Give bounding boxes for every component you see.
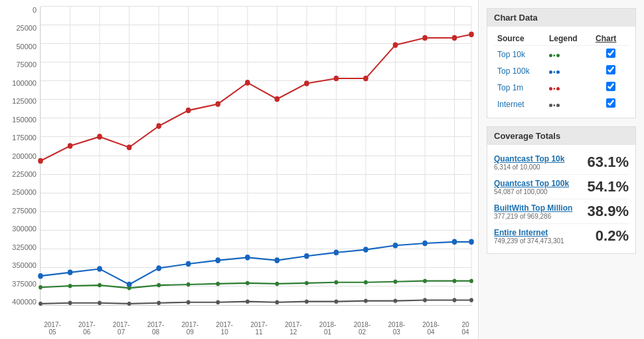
svg-point-58 — [335, 281, 339, 284]
svg-point-40 — [274, 257, 280, 263]
top10k-link[interactable]: Top 10k — [497, 50, 525, 59]
legend-table: Source Legend Chart Top 10k • — [494, 32, 629, 112]
coverage-top10k-pct: 63.1% — [586, 154, 629, 171]
chart-container: 400000 375000 350000 325000 300000 27500… — [0, 0, 478, 339]
top1m-legend-dot: • — [549, 85, 560, 92]
svg-point-16 — [38, 158, 43, 164]
chart-header: Chart — [592, 32, 629, 46]
internet-checkbox[interactable] — [606, 98, 615, 108]
svg-point-45 — [422, 241, 428, 247]
svg-point-71 — [246, 299, 250, 303]
coverage-builtwith-name[interactable]: BuiltWith Top Million — [494, 203, 586, 213]
svg-point-65 — [68, 301, 72, 305]
svg-point-44 — [393, 243, 398, 249]
table-row: Top 1m • — [494, 79, 629, 96]
svg-point-57 — [305, 281, 309, 285]
svg-point-25 — [304, 80, 309, 86]
svg-point-31 — [469, 31, 474, 37]
table-row: Internet • — [494, 96, 629, 112]
chart-data-section: Chart Data Source Legend Chart Top 10k — [487, 8, 636, 118]
top10k-checkbox[interactable] — [606, 49, 615, 58]
svg-point-18 — [97, 134, 102, 140]
svg-point-50 — [98, 283, 102, 287]
chart-data-header: Chart Data — [487, 9, 635, 27]
svg-point-32 — [38, 273, 43, 279]
svg-point-17 — [68, 143, 73, 149]
coverage-builtwith-pct: 38.9% — [586, 203, 629, 220]
coverage-header: Coverage Totals — [487, 127, 635, 145]
chart-inner — [40, 7, 471, 306]
chart-svg — [40, 7, 471, 305]
svg-point-19 — [127, 144, 132, 150]
svg-point-33 — [68, 270, 73, 276]
svg-point-29 — [422, 35, 428, 41]
internet-link[interactable]: Internet — [497, 100, 524, 109]
legend-header: Legend — [546, 32, 592, 46]
top100k-checkbox[interactable] — [606, 65, 615, 74]
svg-point-51 — [127, 286, 131, 290]
right-panel: Chart Data Source Legend Chart Top 10k — [478, 0, 644, 339]
top1m-checkbox[interactable] — [606, 82, 615, 91]
svg-point-20 — [156, 123, 161, 129]
svg-point-54 — [216, 282, 220, 286]
coverage-top10k-sub: 6,314 of 10,000 — [494, 164, 586, 171]
svg-point-37 — [186, 261, 191, 267]
coverage-item-top100k: Quantcast Top 100k 54,087 of 100,000 54.… — [494, 175, 629, 199]
coverage-item-builtwith: BuiltWith Top Million 377,219 of 969,286… — [494, 199, 629, 224]
svg-point-64 — [39, 302, 42, 306]
svg-point-52 — [157, 283, 161, 287]
svg-point-63 — [469, 279, 473, 282]
coverage-item-top10k: Quantcast Top 10k 6,314 of 10,000 63.1% — [494, 150, 629, 175]
svg-point-38 — [215, 257, 220, 263]
coverage-internet-pct: 0.2% — [586, 227, 629, 245]
coverage-internet-sub: 749,239 of 374,473,301 — [494, 237, 586, 245]
svg-point-67 — [127, 302, 131, 306]
svg-point-72 — [275, 300, 279, 304]
svg-point-73 — [305, 299, 309, 303]
coverage-section: Coverage Totals Quantcast Top 10k 6,314 … — [487, 126, 636, 254]
coverage-top100k-name[interactable]: Quantcast Top 100k — [494, 179, 586, 188]
svg-point-28 — [393, 42, 398, 48]
svg-point-41 — [304, 253, 309, 259]
top100k-link[interactable]: Top 100k — [497, 66, 530, 76]
top1m-link[interactable]: Top 1m — [497, 83, 523, 92]
y-axis: 400000 375000 350000 325000 300000 27500… — [0, 7, 40, 306]
svg-point-79 — [469, 298, 473, 302]
svg-point-24 — [274, 96, 280, 102]
svg-point-68 — [157, 301, 161, 305]
svg-point-47 — [469, 239, 474, 245]
svg-point-23 — [245, 80, 250, 86]
svg-point-69 — [187, 300, 191, 304]
svg-point-34 — [97, 266, 102, 272]
svg-point-27 — [363, 76, 368, 82]
svg-point-76 — [394, 298, 398, 302]
coverage-internet-name[interactable]: Entire Internet — [494, 228, 586, 237]
top10k-legend-dot: • — [549, 52, 560, 59]
svg-point-36 — [156, 265, 161, 271]
table-row: Top 10k • — [494, 46, 629, 63]
svg-point-39 — [245, 255, 250, 261]
chart-data-body: Source Legend Chart Top 10k • — [487, 27, 635, 118]
source-header: Source — [494, 32, 546, 46]
coverage-item-internet: Entire Internet 749,239 of 374,473,301 0… — [494, 224, 629, 248]
svg-point-21 — [186, 108, 191, 114]
coverage-top100k-pct: 54.1% — [586, 178, 629, 195]
svg-point-26 — [334, 76, 339, 82]
svg-point-48 — [39, 285, 42, 289]
svg-point-55 — [246, 281, 250, 285]
coverage-top100k-sub: 54,087 of 100,000 — [494, 188, 586, 195]
svg-point-53 — [187, 282, 191, 286]
coverage-builtwith-sub: 377,219 of 969,286 — [494, 213, 586, 220]
svg-point-30 — [452, 35, 457, 41]
coverage-top10k-name[interactable]: Quantcast Top 10k — [494, 154, 586, 164]
svg-point-59 — [364, 281, 368, 284]
top100k-legend-dot: • — [549, 68, 560, 76]
svg-point-78 — [453, 298, 457, 302]
svg-point-42 — [334, 250, 339, 256]
svg-point-74 — [335, 299, 339, 303]
coverage-body: Quantcast Top 10k 6,314 of 10,000 63.1% … — [487, 145, 635, 253]
svg-point-43 — [363, 247, 368, 253]
svg-point-77 — [423, 298, 427, 302]
svg-point-49 — [68, 284, 72, 288]
table-row: Top 100k • — [494, 62, 629, 79]
